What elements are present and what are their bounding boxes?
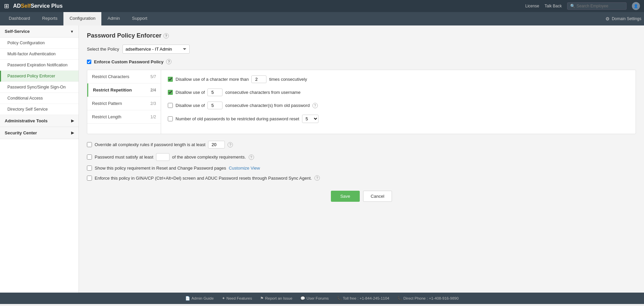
enforce-row: Enforce Custom Password Policy ? <box>87 59 636 64</box>
sidebar-item-password-expiration[interactable]: Password Expiration Notification <box>0 60 79 71</box>
chevron-right-icon-2: ▶ <box>71 131 74 135</box>
rule-row-disallow-old-password: Disallow use of consecutive character(s)… <box>168 102 629 109</box>
rules-nav: Restrict Characters 5/7 Restrict Repetit… <box>87 70 161 134</box>
enforce-checkbox[interactable] <box>87 60 91 64</box>
avatar: 👤 <box>632 2 640 10</box>
search-input[interactable] <box>577 4 624 8</box>
nav-bar: Dashboard Reports Configuration Admin Su… <box>0 12 644 25</box>
show-policy-checkbox[interactable] <box>87 166 92 171</box>
enforce-gina-checkbox[interactable] <box>87 176 92 181</box>
override-complexity-help-icon[interactable]: ? <box>228 142 233 147</box>
sidebar: Self-Service ▼ Policy Configuration Mult… <box>0 25 79 293</box>
disallow-username-label-after: consecutive characters from username <box>225 90 300 95</box>
main-layout: Self-Service ▼ Policy Configuration Mult… <box>0 25 644 293</box>
disallow-consecutive-label-after: times consecutively <box>269 77 307 82</box>
enforce-gina-help-icon[interactable]: ? <box>314 175 320 181</box>
tab-configuration[interactable]: Configuration <box>63 12 101 25</box>
rules-nav-item-restrict-chars[interactable]: Restrict Characters 5/7 <box>87 70 161 83</box>
restrict-old-passwords-dropdown[interactable]: 5 3 10 <box>302 115 318 123</box>
license-link[interactable]: License <box>525 4 539 8</box>
policy-selector-row: Select the Policy adselfservice - IT Adm… <box>87 45 636 54</box>
footer-toll-free: 📞 Toll free : +1-844-245-1104 <box>337 296 389 301</box>
chevron-right-icon: ▶ <box>71 119 74 123</box>
top-bar-right: License Talk Back 🔍 👤 <box>525 2 640 10</box>
policy-dropdown[interactable]: adselfservice - IT Admin <box>122 45 190 54</box>
disallow-username-label-before: Disallow use of <box>176 90 205 95</box>
rules-content: Disallow use of a character more than ti… <box>161 70 636 134</box>
gear-icon: ⚙ <box>605 16 610 21</box>
content-area: Password Policy Enforcer ? Select the Po… <box>79 25 644 293</box>
sidebar-section-security-center[interactable]: Security Center ▶ <box>0 127 79 139</box>
sidebar-item-mfa[interactable]: Multi-factor Authentication <box>0 49 79 60</box>
sidebar-item-policy-config[interactable]: Policy Configuration <box>0 38 79 49</box>
sidebar-item-conditional-access[interactable]: Conditional Access <box>0 93 79 104</box>
phone-direct-icon: 📞 <box>397 296 402 301</box>
book-icon: 📄 <box>185 296 190 301</box>
footer-report-issue[interactable]: ⚑ Report an Issue <box>260 296 292 301</box>
rules-panel: Restrict Characters 5/7 Restrict Repetit… <box>87 70 636 134</box>
disallow-username-input[interactable] <box>207 88 222 96</box>
rule-row-restrict-old-passwords: Number of old passwords to be restricted… <box>168 115 629 123</box>
talkback-link[interactable]: Talk Back <box>545 4 562 8</box>
satisfy-label-after: of the above complexity requirements. <box>172 155 246 160</box>
override-complexity-checkbox[interactable] <box>87 142 92 147</box>
cancel-button[interactable]: Cancel <box>363 191 392 202</box>
footer: 📄 Admin Guide ✦ Need Features ⚑ Report a… <box>0 293 644 304</box>
restrict-old-passwords-checkbox[interactable] <box>168 116 173 121</box>
tab-support[interactable]: Support <box>126 12 153 25</box>
sidebar-item-directory-self-service[interactable]: Directory Self Service <box>0 104 79 115</box>
tab-reports[interactable]: Reports <box>36 12 64 25</box>
flag-icon: ⚑ <box>260 296 264 301</box>
action-row: Save Cancel <box>87 191 636 202</box>
disallow-username-checkbox[interactable] <box>168 90 173 95</box>
disallow-old-password-label-before: Disallow use of <box>176 103 205 108</box>
disallow-old-password-checkbox[interactable] <box>168 103 173 108</box>
disallow-consecutive-input[interactable] <box>251 75 266 83</box>
footer-direct-phone: 📞 Direct Phone : +1-408-916-9890 <box>397 296 459 301</box>
satisfy-at-least-row: Password must satisfy at least of the ab… <box>87 153 636 161</box>
rules-nav-item-restrict-pattern[interactable]: Restrict Pattern 2/3 <box>87 97 161 110</box>
top-bar: ⊞ ADSelfService Plus License Talk Back 🔍… <box>0 0 644 12</box>
enforce-gina-row: Enforce this policy in GINA/CP (Ctrl+Alt… <box>87 175 636 181</box>
disallow-old-password-help-icon[interactable]: ? <box>312 103 318 108</box>
customize-view-link[interactable]: Customize View <box>229 166 260 171</box>
search-box: 🔍 <box>567 2 627 10</box>
rules-nav-item-restrict-length[interactable]: Restrict Length 1/2 <box>87 110 161 124</box>
save-button[interactable]: Save <box>331 191 360 202</box>
override-complexity-label: Override all complexity rules if passwor… <box>95 142 205 147</box>
select-policy-label: Select the Policy <box>87 47 119 52</box>
override-complexity-row: Override all complexity rules if passwor… <box>87 141 636 148</box>
footer-admin-guide[interactable]: 📄 Admin Guide <box>185 296 213 301</box>
chat-icon: 💬 <box>300 296 305 301</box>
sidebar-section-self-service[interactable]: Self-Service ▼ <box>0 25 79 38</box>
page-title-help-icon[interactable]: ? <box>163 33 169 39</box>
override-complexity-input[interactable] <box>208 141 225 148</box>
footer-user-forums[interactable]: 💬 User Forums <box>300 296 329 301</box>
enforce-help-icon[interactable]: ? <box>166 59 171 64</box>
satisfy-help-icon[interactable]: ? <box>249 155 254 160</box>
disallow-old-password-input[interactable] <box>207 102 222 109</box>
disallow-consecutive-checkbox[interactable] <box>168 77 173 82</box>
satisfy-input[interactable] <box>156 153 169 161</box>
domain-settings[interactable]: ⚙ Domain Settings <box>605 16 641 21</box>
star-icon: ✦ <box>222 296 225 301</box>
grid-icon[interactable]: ⊞ <box>4 2 9 10</box>
sidebar-section-admin-tools[interactable]: Administrative Tools ▶ <box>0 115 79 127</box>
footer-need-features[interactable]: ✦ Need Features <box>222 296 252 301</box>
search-icon: 🔍 <box>570 4 575 8</box>
sidebar-item-password-policy-enforcer[interactable]: Password Policy Enforcer <box>0 71 79 82</box>
phone-icon: 📞 <box>337 296 342 301</box>
bottom-options: Override all complexity rules if passwor… <box>87 141 636 181</box>
disallow-old-password-label-after: consecutive character(s) from old passwo… <box>225 103 309 108</box>
rules-nav-item-restrict-repetition[interactable]: Restrict Repetition 2/4 <box>87 83 161 97</box>
satisfy-checkbox[interactable] <box>87 155 92 160</box>
show-policy-label: Show this policy requirement in Reset an… <box>95 166 226 171</box>
sidebar-item-password-sync[interactable]: Password Sync/Single Sign-On <box>0 82 79 93</box>
app-logo: ADSelfService Plus <box>13 3 63 9</box>
disallow-consecutive-label-before: Disallow use of a character more than <box>176 77 249 82</box>
satisfy-label-before: Password must satisfy at least <box>95 155 153 160</box>
tab-admin[interactable]: Admin <box>101 12 126 25</box>
enforce-label[interactable]: Enforce Custom Password Policy <box>94 59 163 64</box>
tab-dashboard[interactable]: Dashboard <box>3 12 36 25</box>
show-policy-row: Show this policy requirement in Reset an… <box>87 166 636 171</box>
